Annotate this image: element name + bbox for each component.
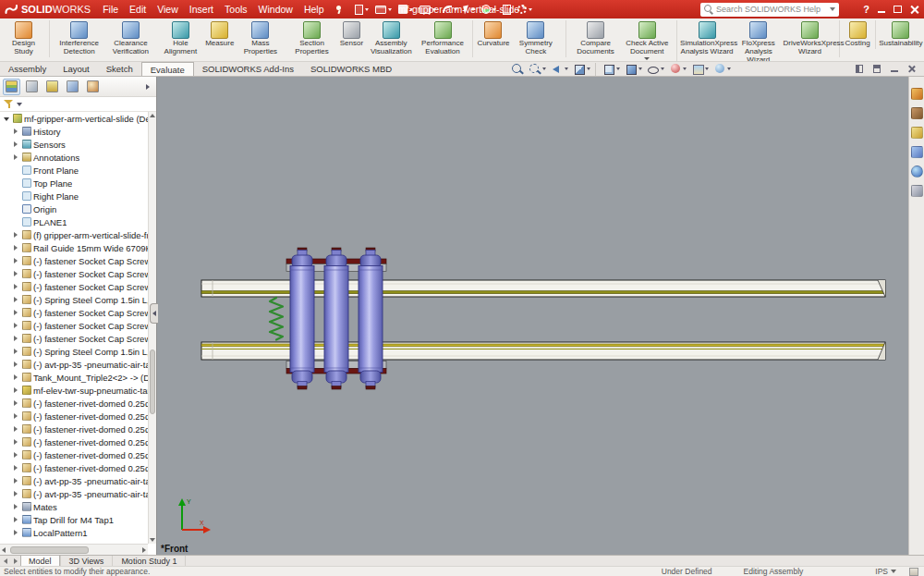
maximize-icon[interactable] [894,6,902,13]
expander-icon[interactable] [12,361,20,369]
expander-icon[interactable] [12,283,20,291]
graphics-area[interactable]: Y X *Front [157,77,908,555]
spring[interactable] [270,298,283,340]
expander-icon[interactable] [12,141,20,149]
chevron-down-icon[interactable] [17,103,22,106]
view-tool-button[interactable] [711,63,733,76]
expander-icon[interactable] [12,218,20,227]
tree-item[interactable]: mf-gripper-arm-vertical-slide (Defaul [0,112,148,125]
tree-item[interactable]: PLANE1 [0,215,148,228]
expander-icon[interactable] [12,231,20,239]
pin-icon[interactable] [334,4,344,15]
ribbon-button[interactable]: DriveWorksXpress Wizard [784,20,841,57]
view-tab[interactable]: Model [20,556,61,566]
ribbon-button[interactable]: Assembly Visualization [365,20,417,57]
ribbon-button[interactable]: Hole Alignment [156,20,204,57]
panel-tab[interactable] [3,79,20,95]
ribbon-button[interactable]: Sensor [337,20,365,49]
view-palette-icon[interactable] [911,146,923,158]
scroll-up-icon[interactable] [149,112,156,120]
tree-item[interactable]: (-) fastener Socket Cap Screw M4 16m [0,267,148,280]
ribbon-tab[interactable]: Evaluate [141,62,194,76]
tree-item[interactable]: Tap Drill for M4 Tap1 [0,513,148,526]
ribbon-button[interactable]: Costing [844,20,875,49]
tree-item[interactable]: (-) Spring Steel Comp 1.5in L,0.970in O [0,345,148,358]
chevron-down-icon[interactable] [638,67,642,70]
menu-item[interactable]: File [97,0,124,18]
tree-item[interactable]: Sensors [0,138,148,151]
scrollbar-thumb[interactable] [150,349,155,414]
pneumatic-tanks[interactable] [290,248,383,389]
chevron-down-icon[interactable] [587,67,590,70]
close-pane-icon[interactable] [906,64,918,74]
chevron-right-icon[interactable] [146,84,150,90]
expander-icon[interactable] [12,179,20,188]
tree-item[interactable]: (-) avt-pp-35 -pneumatic-air-tank-rese [0,487,148,500]
tree-item[interactable]: (f) gripper-arm-vertical-slide-fram [0,228,148,241]
ribbon-button[interactable]: Interference Detection [54,20,105,57]
ribbon-tab[interactable]: SOLIDWORKS Add-Ins [194,62,302,76]
expander-icon[interactable] [12,374,20,382]
unit-system[interactable]: IPS [875,567,888,576]
file-explorer-icon[interactable] [911,127,923,139]
ribbon-button[interactable]: Compare Documents [570,20,622,57]
minimize-pane-icon[interactable] [889,64,900,74]
expander-icon[interactable] [12,412,20,421]
ribbon-button[interactable]: Check Active Document [621,20,677,61]
tree-item[interactable]: Front Plane [0,164,148,177]
scroll-down-icon[interactable] [149,535,156,544]
panel-tab[interactable] [43,79,61,95]
tree-item[interactable]: (-) fastener Socket Cap Screw Flanged [0,306,148,319]
ribbon-tab[interactable]: Sketch [98,62,141,76]
tree-item[interactable]: Tank_Mount_Triple2<2> -> (Default<< [0,371,148,384]
ribbon-button[interactable]: FloXpress Analysis Wizard [733,20,784,62]
tree-item[interactable]: Rail Guide 15mm Wide 6709K332<1> [0,241,148,254]
tree-item[interactable]: (-) fastener-rivet-domed 0.25dia 0.251 [0,461,148,474]
tree-horizontal-scrollbar[interactable] [0,544,148,555]
solidworks-resources-icon[interactable] [911,88,923,100]
expander-icon[interactable] [12,166,20,175]
toolbar-button[interactable] [352,0,372,18]
tree-item[interactable]: (-) avt-pp-35 -pneumatic-air-tank-rese [0,474,148,487]
view-tool-button[interactable] [645,63,666,76]
tree-item[interactable]: Annotations [0,151,148,164]
expander-icon[interactable] [12,309,20,317]
tab-scroll-right-icon[interactable] [10,556,20,566]
tree-item[interactable]: Mates [0,500,148,513]
tree-item[interactable]: (-) fastener Socket Cap Screw M4 16m [0,254,148,267]
custom-properties-icon[interactable] [911,185,923,197]
tree-item[interactable]: (-) fastener-rivet-domed 0.25dia 0.251 [0,435,148,448]
view-tool-button[interactable] [601,63,622,76]
chevron-down-icon[interactable] [616,67,620,70]
pin-pane-icon[interactable] [854,64,865,74]
view-tool-button[interactable] [689,63,711,76]
chevron-down-icon[interactable] [565,67,568,70]
view-tool-button[interactable] [571,63,596,76]
search-box[interactable] [700,3,839,17]
view-tool-button[interactable] [527,63,548,76]
tree-item[interactable]: (-) fastener-rivet-domed 0.25dia 0.251 [0,397,148,410]
chevron-down-icon[interactable] [365,8,369,11]
chevron-down-icon[interactable] [727,67,731,70]
chevron-down-icon[interactable] [683,67,687,70]
panel-tab[interactable] [64,79,81,95]
view-tool-button[interactable] [667,63,688,76]
tree-item[interactable]: (-) fastener-rivet-domed 0.25dia 0.251 [0,448,148,461]
expander-icon[interactable] [12,464,20,472]
scrollbar-thumb[interactable] [10,546,89,554]
ribbon-button[interactable]: Symmetry Check [510,20,566,57]
ribbon-button[interactable]: Mass Properties [235,20,286,57]
pneumatic-tank[interactable] [290,248,314,389]
expander-icon[interactable] [12,192,20,201]
ribbon-tab[interactable]: Assembly [0,62,55,76]
expander-icon[interactable] [12,425,20,434]
search-input[interactable] [716,5,827,14]
expander-icon[interactable] [3,115,11,123]
expander-icon[interactable] [12,477,20,485]
pneumatic-tank[interactable] [359,248,383,389]
tree-item[interactable]: (-) fastener-rivet-domed 0.25dia 0.251 [0,410,148,423]
expander-icon[interactable] [12,516,20,524]
view-tool-button[interactable] [509,63,526,76]
ribbon-button[interactable]: Design Study [2,20,50,57]
scroll-left-icon[interactable] [0,545,8,555]
